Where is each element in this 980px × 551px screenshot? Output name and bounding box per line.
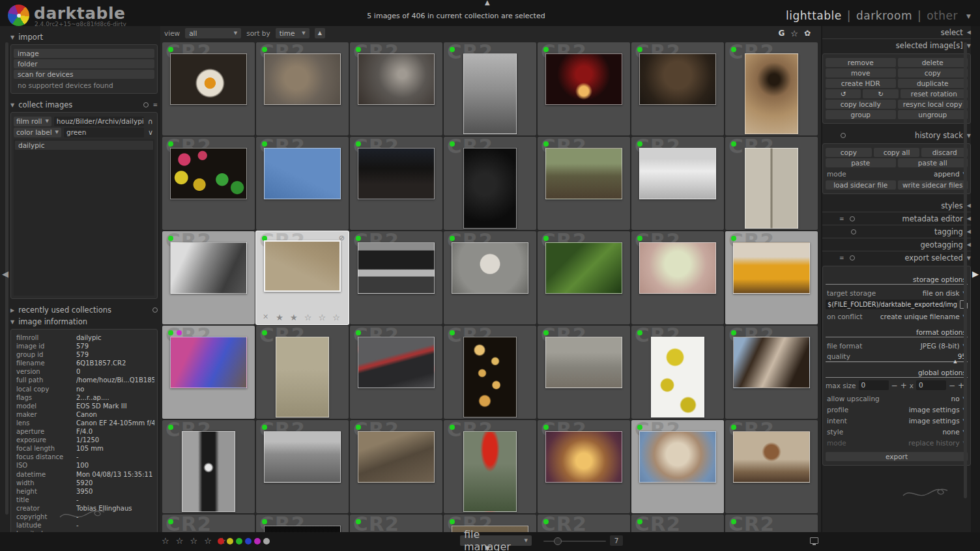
green-label-button[interactable] [236,538,242,544]
reset-icon[interactable] [850,216,855,221]
presets-icon[interactable]: ≡ [839,255,844,261]
presets-icon[interactable]: ≡ [152,102,158,108]
copy-locally-button[interactable]: copy locally [826,100,896,109]
section-history-stack[interactable]: history stack ▼ [822,129,971,142]
section-recently-used[interactable]: ▶ recently used collections [10,304,158,316]
thumbnail-cell-building-staircase[interactable]: CR2 [444,42,536,135]
group-button[interactable]: group [826,110,896,119]
reset-icon[interactable] [143,102,149,107]
thumbnail-cell-row6-5[interactable]: CR2 [538,515,630,532]
thumb-rating-stars[interactable]: ★ ★ ☆ ☆ ☆ [276,313,342,322]
history-mode-row[interactable]: mode append ▼ [826,169,968,179]
thumbnail-cell-forsythia[interactable]: CR2 [631,326,724,419]
target-storage-row[interactable]: target storage file on disk ▼ [826,287,968,298]
thumbnail-cell-stone-archway[interactable]: CR2 [162,420,255,513]
thumbnail-cell-fern-leaves[interactable]: CR2 [538,231,630,324]
purple-label-button[interactable] [254,538,261,544]
section-metadata-editor[interactable]: ≡ metadata editor ◀ [822,212,971,225]
thumbnail-cell-row6-7[interactable]: CR2 [725,515,818,532]
import-folder-button[interactable]: folder [14,59,154,68]
thumbnail-cell-washbasin[interactable]: CR2 [631,137,724,230]
allow-upscaling-row[interactable]: allow upscaling no ▼ [826,393,968,404]
collection-item[interactable]: dailypic [15,141,153,150]
gear-icon[interactable]: ✿ [804,29,811,38]
reset-rotation-button[interactable]: reset rotation [901,89,968,98]
thumbnail-cell-climbing-wall[interactable]: CR2⊘✕★ ★ ☆ ☆ ☆ [256,231,349,324]
yellow-label-button[interactable] [227,538,233,544]
remove-button[interactable]: remove [826,58,896,67]
rule-type-dropdown[interactable]: film roll▼ [14,117,51,126]
file-format-row[interactable]: file format JPEG (8-bit) ▼ [826,340,968,351]
collapse-top-arrow[interactable]: ▲ [485,0,490,5]
thumbnail-cell-row6-6[interactable]: CR2 [631,515,724,532]
intent-row[interactable]: intent image settings ▼ [826,415,968,426]
section-geotagging[interactable]: geotagging ◀ [822,238,971,251]
thumbnail-cell-red-lamp[interactable]: CR2 [538,42,630,135]
thumbnail-cell-metro-platform[interactable]: CR2 [350,231,442,324]
star-overlay-icon[interactable]: ☆ [790,29,798,38]
minus-button[interactable]: − [949,381,955,390]
thumbnail-cell-willow-catkins[interactable]: CR2 [256,137,349,230]
thumbnail-cell-wooden-shingles[interactable]: CR2 [350,420,442,513]
export-button[interactable]: export [826,452,968,461]
thumbnail-cell-ruins-arch[interactable]: CR2 [256,420,349,513]
section-export-selected[interactable]: ≡ export selected ▼ [822,251,971,264]
view-filter-dropdown[interactable]: all ▼ [185,28,241,38]
thumbnail-cell-graffiti-wall[interactable]: CR2 [538,326,630,419]
rotate-cw-button[interactable]: ↻ [863,89,898,98]
collapse-right-arrow[interactable]: ▶ [972,269,979,279]
move-button[interactable]: move [826,68,896,78]
presets-icon[interactable]: ≡ [839,216,844,222]
collection-list[interactable]: dailypic [14,139,154,296]
thumbnail-cell-deer-eye[interactable]: CR2 [725,42,818,135]
collapse-bottom-arrow[interactable]: ▼ [485,546,490,551]
thumbnail-cell-orange-juice[interactable]: CR2 [725,231,818,324]
thumbnail-cell-candle-lights[interactable]: CR2 [444,326,536,419]
rule-value-input[interactable]: green [64,128,144,137]
grouping-icon[interactable]: G [778,29,785,38]
red-label-button[interactable] [218,538,224,544]
zoom-slider[interactable] [543,541,606,542]
thumbnail-cell-guitar-picks[interactable]: CR2 [162,137,255,230]
sort-dropdown[interactable]: time ▼ [276,28,310,38]
delete-button[interactable]: delete [898,58,968,67]
reset-icon[interactable] [850,255,855,261]
thumbnail-cell-row6-1[interactable]: CR2 [162,515,255,532]
blue-label-button[interactable] [245,538,252,544]
style-row[interactable]: style none ▼ [826,426,968,437]
load-sidecar-file-button[interactable]: load sidecar file [826,180,896,190]
reset-icon[interactable] [841,133,846,138]
create-HDR-button[interactable]: create HDR [826,79,896,88]
zoom-slider-handle[interactable] [554,537,562,545]
thumbnail-cell-fabric-stitch[interactable]: CR2 [350,326,442,419]
section-image-information[interactable]: ▼ image information [10,316,158,328]
section-import[interactable]: ▼ import [10,31,158,43]
section-selected-images[interactable]: selected image[s] ▼ [822,39,971,52]
thumbnail-cell-dark-still-life[interactable]: CR2 [444,137,536,230]
section-tagging[interactable]: tagging ◀ [822,225,971,238]
thumbnail-cell-dyed-hair[interactable]: CR2 [162,326,255,419]
combine-and-icon[interactable]: ∩ [147,117,154,126]
reset-icon[interactable] [851,229,856,234]
thumbnail-cell-red-tulip[interactable]: CR2 [444,420,536,513]
thumbnail-cell-shell-in-hands[interactable]: CR2 [631,420,724,513]
discard-button[interactable]: discard [921,148,968,157]
thumbnail-cell-lufthansa-logo[interactable]: CR2 [256,326,349,419]
copy-button[interactable]: copy [826,148,872,157]
thumbnail-cell-row6-portrait-bw[interactable]: CR2 [256,515,349,532]
display-profile-icon[interactable] [810,537,818,544]
thumbnail-cell-pear-in-hand[interactable]: CR2 [631,231,724,324]
rotate-ccw-button[interactable]: ↺ [826,89,861,98]
paste-button[interactable]: paste [826,158,896,167]
thumbnail-cell-wild-boar[interactable]: CR2 [631,42,724,135]
profile-row[interactable]: profile image settings ▼ [826,404,968,415]
thumbnail-cell-skateboarder[interactable]: CR2 [162,231,255,324]
write-sidecar-files-button[interactable]: write sidecar files [898,180,968,190]
collapse-left-arrow[interactable]: ◀ [2,269,8,279]
export-path-input[interactable]: $(FILE_FOLDER)/darktable_exported/img_ [826,300,957,309]
section-styles[interactable]: styles ◀ [822,199,971,212]
thumbnail-cell-sign-on-fence[interactable]: CR2 [444,231,536,324]
section-collect-images[interactable]: ▼ collect images ≡ [10,99,158,111]
paste-all-button[interactable]: paste all [898,158,968,167]
max-width-input[interactable]: 0 [859,380,889,390]
